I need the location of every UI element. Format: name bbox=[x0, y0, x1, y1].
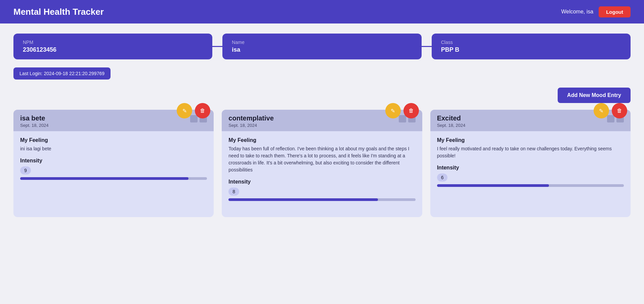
mood-card-2-intensity-fill bbox=[228, 198, 378, 201]
mood-cards-row: ✎ 🗑 isa bete Sept. 18, 2024 bbox=[13, 110, 631, 217]
welcome-text: Welcome, isa bbox=[561, 9, 593, 15]
mood-card-2-intensity-badge: 8 bbox=[228, 188, 239, 196]
logout-button[interactable]: Logout bbox=[599, 6, 631, 17]
mood-card-3-feeling-label: My Feeling bbox=[437, 137, 624, 143]
class-label: Class bbox=[441, 40, 621, 45]
name-card: Name isa bbox=[222, 34, 421, 59]
mood-card-2-intensity-label: Intensity bbox=[228, 179, 415, 185]
delete-button-1[interactable]: 🗑 bbox=[195, 103, 210, 118]
edit-button-2[interactable]: ✎ bbox=[385, 103, 401, 118]
mood-card-3: Excited Sept. 18, 2024 My Feeling I feel… bbox=[430, 110, 631, 217]
mood-card-3-intensity-label: Intensity bbox=[437, 165, 624, 171]
delete-icon-3: 🗑 bbox=[617, 108, 622, 114]
mood-card-1-date: Sept. 18, 2024 bbox=[20, 123, 49, 128]
header-right: Welcome, isa Logout bbox=[561, 6, 631, 17]
edit-button-3[interactable]: ✎ bbox=[594, 103, 609, 118]
class-value: PBP B bbox=[441, 46, 621, 53]
mood-card-1-title: isa bete bbox=[20, 114, 49, 122]
npm-label: NPM bbox=[23, 40, 203, 45]
mood-card-1-body: My Feeling ini isa lagi bete Intensity 9 bbox=[13, 131, 214, 186]
mood-card-1-intensity-label: Intensity bbox=[20, 158, 207, 164]
mood-card-1-header-info: isa bete Sept. 18, 2024 bbox=[20, 114, 49, 128]
npm-card: NPM 2306123456 bbox=[13, 34, 212, 59]
class-card: Class PBP B bbox=[432, 34, 631, 59]
mood-card-3-intensity-fill bbox=[437, 184, 549, 187]
mood-card-3-date: Sept. 18, 2024 bbox=[437, 123, 466, 128]
npm-value: 2306123456 bbox=[23, 46, 203, 53]
card-1-actions: ✎ 🗑 bbox=[177, 103, 210, 118]
add-mood-entry-button[interactable]: Add New Mood Entry bbox=[558, 88, 631, 103]
connector-2 bbox=[422, 46, 432, 47]
mood-card-1-feeling-text: ini isa lagi bete bbox=[20, 145, 207, 152]
card-2-actions: ✎ 🗑 bbox=[385, 103, 419, 118]
edit-icon-2: ✎ bbox=[391, 108, 395, 114]
mood-card-2-feeling-label: My Feeling bbox=[228, 137, 415, 143]
connector-1 bbox=[212, 46, 222, 47]
info-cards-row: NPM 2306123456 Name isa Class PBP B bbox=[13, 34, 631, 59]
delete-button-3[interactable]: 🗑 bbox=[612, 103, 627, 118]
edit-button-1[interactable]: ✎ bbox=[177, 103, 192, 118]
mood-card-3-header-info: Excited Sept. 18, 2024 bbox=[437, 114, 466, 128]
mood-card-2-intensity-track bbox=[228, 198, 415, 201]
mood-card-1-intensity-badge: 9 bbox=[20, 166, 31, 174]
mood-card-3-intensity-badge: 6 bbox=[437, 173, 448, 182]
mood-card-1-intensity-fill bbox=[20, 177, 188, 180]
mood-card-2-header-info: contemplative Sept. 18, 2024 bbox=[228, 114, 273, 128]
mood-card-wrapper-2: ✎ 🗑 contemplative Sept. 18, 2024 bbox=[222, 110, 422, 217]
mood-card-wrapper-3: ✎ 🗑 Excited Sept. 18, 2024 bbox=[430, 110, 631, 217]
delete-icon-1: 🗑 bbox=[200, 108, 205, 114]
header: Mental Health Tracker Welcome, isa Logou… bbox=[0, 0, 644, 23]
edit-icon-1: ✎ bbox=[182, 108, 187, 114]
card-3-actions: ✎ 🗑 bbox=[594, 103, 627, 118]
name-label: Name bbox=[232, 40, 412, 45]
name-value: isa bbox=[232, 46, 412, 53]
mood-card-2-feeling-text: Today has been full of reflection. I've … bbox=[228, 145, 415, 173]
mood-card-1-intensity-track bbox=[20, 177, 207, 180]
mood-card-wrapper-1: ✎ 🗑 isa bete Sept. 18, 2024 bbox=[13, 110, 214, 217]
mood-card-3-body: My Feeling I feel really motivated and r… bbox=[430, 131, 631, 193]
mood-card-1: isa bete Sept. 18, 2024 My Feeling ini i… bbox=[13, 110, 214, 217]
main-content: NPM 2306123456 Name isa Class PBP B Last… bbox=[0, 23, 644, 227]
mood-card-3-intensity-track bbox=[437, 184, 624, 187]
mood-card-2-body: My Feeling Today has been full of reflec… bbox=[222, 131, 422, 207]
mood-card-1-feeling-label: My Feeling bbox=[20, 137, 207, 143]
mood-card-2: contemplative Sept. 18, 2024 My Feeling … bbox=[222, 110, 422, 217]
mood-card-3-title: Excited bbox=[437, 114, 466, 122]
last-login-badge: Last Login: 2024-09-18 22:21:20.299769 bbox=[13, 67, 111, 80]
delete-button-2[interactable]: 🗑 bbox=[403, 103, 419, 118]
delete-icon-2: 🗑 bbox=[409, 108, 414, 114]
app-title: Mental Health Tracker bbox=[13, 7, 104, 17]
mood-card-2-date: Sept. 18, 2024 bbox=[228, 123, 273, 128]
mood-card-2-title: contemplative bbox=[228, 114, 273, 122]
add-entry-row: Add New Mood Entry bbox=[13, 88, 631, 103]
mood-card-3-feeling-text: I feel really motivated and ready to tak… bbox=[437, 145, 624, 159]
edit-icon-3: ✎ bbox=[599, 108, 603, 114]
